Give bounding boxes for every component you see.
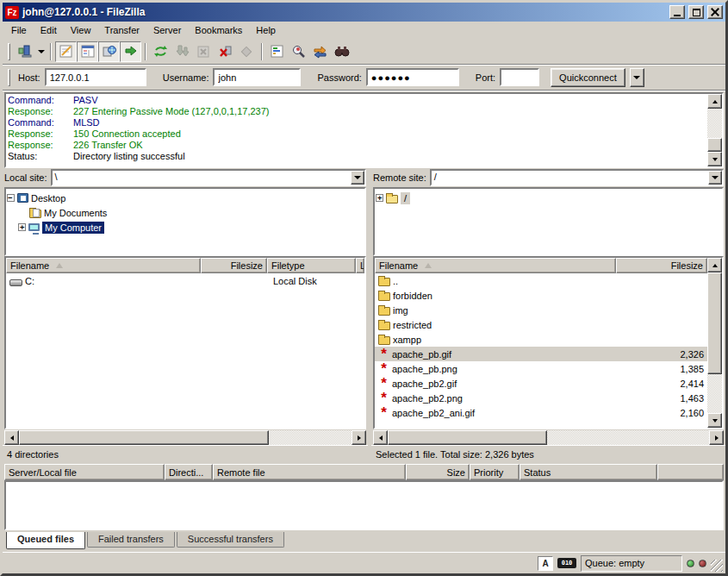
- menu-view[interactable]: View: [64, 23, 98, 37]
- remote-hscrollbar[interactable]: [373, 430, 724, 445]
- ascii-indicator-icon[interactable]: [538, 556, 553, 571]
- tab-successful-transfers[interactable]: Successful transfers: [177, 532, 284, 548]
- disconnect-button[interactable]: [215, 41, 236, 62]
- column-header-filesize[interactable]: Filesize: [616, 258, 707, 273]
- menu-server[interactable]: Server: [146, 23, 188, 37]
- quickconnect-button[interactable]: Quickconnect: [551, 68, 625, 87]
- compare-directories-button[interactable]: [288, 41, 309, 62]
- column-header-remote-file[interactable]: Remote file: [213, 464, 406, 480]
- menu-bookmarks[interactable]: Bookmarks: [188, 23, 249, 37]
- reconnect-button[interactable]: [236, 41, 258, 62]
- scroll-down-button[interactable]: [707, 413, 722, 428]
- arrow-right-icon: [715, 435, 719, 441]
- scroll-up-button[interactable]: [707, 94, 722, 109]
- column-header-priority[interactable]: Priority: [470, 464, 520, 480]
- local-site-dropdown[interactable]: [351, 171, 364, 185]
- scrollbar-thumb[interactable]: [19, 430, 269, 445]
- refresh-button[interactable]: [150, 41, 171, 62]
- find-files-button[interactable]: [331, 41, 352, 62]
- file-row[interactable]: *apache_pb2.gif2,414: [375, 376, 707, 391]
- log-scrollbar[interactable]: [707, 94, 722, 166]
- file-row[interactable]: img: [375, 303, 707, 317]
- toggle-message-log-button[interactable]: [55, 41, 77, 62]
- username-input[interactable]: [213, 68, 301, 86]
- tab-queued-files[interactable]: Queued files: [6, 532, 85, 549]
- column-header-filename[interactable]: Filename: [6, 258, 201, 273]
- close-button[interactable]: [707, 5, 723, 19]
- column-header-filetype[interactable]: Filetype: [267, 258, 356, 273]
- log-label: Response:: [8, 106, 73, 117]
- process-queue-button[interactable]: [171, 41, 193, 62]
- host-input[interactable]: [45, 68, 146, 86]
- cancel-operation-button[interactable]: [193, 41, 215, 62]
- file-row[interactable]: restricted: [375, 317, 707, 332]
- site-manager-dropdown[interactable]: [35, 41, 47, 62]
- log-text: 226 Transfer OK: [73, 140, 143, 151]
- scrollbar-thumb[interactable]: [707, 138, 722, 152]
- scroll-down-button[interactable]: [707, 152, 722, 166]
- column-header-server-local-file[interactable]: Server/Local file: [4, 464, 165, 480]
- column-header-size[interactable]: Size: [406, 464, 470, 480]
- local-hscrollbar[interactable]: [4, 430, 366, 445]
- menu-edit[interactable]: Edit: [34, 23, 64, 37]
- file-row[interactable]: *apache_pb.png1,385: [375, 361, 707, 376]
- scroll-up-button[interactable]: [707, 258, 722, 272]
- site-manager-button[interactable]: [14, 41, 35, 62]
- local-site-combo[interactable]: \: [51, 169, 366, 186]
- collapse-icon[interactable]: [7, 194, 15, 202]
- column-header-status[interactable]: Status: [520, 464, 657, 480]
- file-row[interactable]: ..: [375, 273, 707, 288]
- quickconnect-dropdown[interactable]: [630, 68, 644, 87]
- scrollbar-thumb[interactable]: [707, 272, 722, 374]
- scroll-left-button[interactable]: [4, 430, 19, 445]
- toolbar-grip[interactable]: [8, 43, 10, 60]
- column-header-lastmodified[interactable]: L: [356, 258, 364, 273]
- tree-item-root[interactable]: /: [376, 191, 721, 205]
- scroll-left-button[interactable]: [373, 430, 388, 445]
- menu-file[interactable]: File: [4, 23, 34, 37]
- file-row[interactable]: *apache_pb2_ani.gif2,160: [375, 405, 707, 420]
- remote-site-combo[interactable]: /: [430, 169, 724, 186]
- binary-indicator-icon[interactable]: [557, 558, 576, 568]
- password-input[interactable]: [366, 68, 459, 86]
- menu-transfer[interactable]: Transfer: [97, 23, 146, 37]
- remote-vscrollbar[interactable]: [707, 258, 722, 428]
- file-row-c-drive[interactable]: C: Local Disk: [6, 273, 364, 288]
- tree-item-my-documents[interactable]: My Documents: [7, 205, 364, 220]
- resize-grip[interactable]: [711, 560, 723, 572]
- activity-led-green: [687, 560, 694, 567]
- file-row[interactable]: forbidden: [375, 288, 707, 303]
- minimize-button[interactable]: [669, 5, 685, 19]
- menu-help[interactable]: Help: [249, 23, 283, 37]
- title-bar[interactable]: Fz john@127.0.0.1 - FileZilla: [3, 3, 725, 22]
- reconnect-icon: [240, 46, 253, 58]
- tree-item-desktop[interactable]: Desktop: [7, 191, 364, 205]
- port-input[interactable]: [500, 68, 539, 86]
- tree-item-my-computer[interactable]: My Computer: [7, 220, 364, 235]
- synchronized-browsing-button[interactable]: [309, 41, 331, 62]
- toggle-remote-tree-button[interactable]: [98, 41, 120, 62]
- quickconnect-grip[interactable]: [8, 69, 10, 86]
- expand-icon[interactable]: [376, 194, 383, 202]
- file-name: forbidden: [393, 291, 432, 301]
- site-manager-icon: [17, 45, 33, 59]
- file-row[interactable]: xampp: [375, 332, 707, 347]
- maximize-button[interactable]: [688, 5, 704, 19]
- tab-failed-transfers[interactable]: Failed transfers: [87, 532, 175, 548]
- toggle-local-tree-button[interactable]: [77, 41, 98, 62]
- scroll-right-button[interactable]: [709, 430, 724, 445]
- status-bar: Queue: empty: [3, 552, 725, 573]
- file-row[interactable]: *apache_pb2.png1,463: [375, 391, 707, 405]
- toggle-transfer-queue-button[interactable]: [120, 41, 141, 62]
- filter-button[interactable]: [266, 41, 288, 62]
- remote-site-dropdown[interactable]: [708, 171, 722, 185]
- scrollbar-thumb[interactable]: [388, 430, 547, 445]
- column-header-filename[interactable]: Filename: [375, 258, 616, 273]
- arrow-up-icon: [712, 100, 718, 103]
- column-header-filesize[interactable]: Filesize: [201, 258, 267, 273]
- queue-body[interactable]: [4, 480, 724, 530]
- expand-icon[interactable]: [18, 223, 26, 231]
- file-row-selected[interactable]: *apache_pb.gif2,326: [375, 347, 707, 361]
- scroll-right-button[interactable]: [352, 430, 366, 445]
- column-header-direction[interactable]: Directi...: [165, 464, 213, 480]
